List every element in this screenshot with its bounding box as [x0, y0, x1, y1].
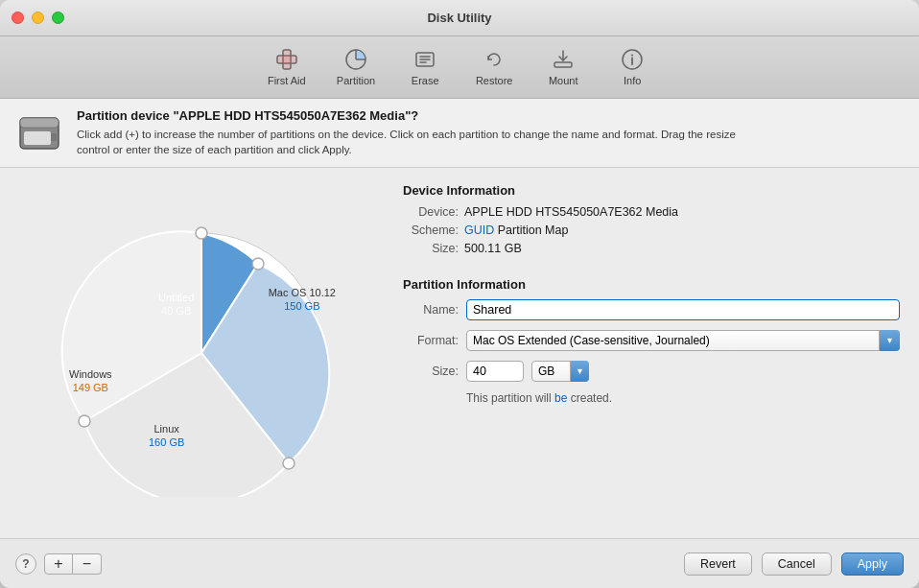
- be-highlight: be: [554, 391, 567, 405]
- windows-label: Windows 149 GB: [69, 367, 112, 395]
- partition-info-section: Partition Information Name: Format: Mac …: [403, 277, 900, 405]
- device-label: Device:: [403, 205, 459, 219]
- mount-label: Mount: [549, 75, 578, 86]
- restore-button[interactable]: Restore: [467, 42, 521, 90]
- partition-label: Partition: [337, 75, 375, 86]
- pie-chart: [58, 209, 345, 497]
- device-info-section: Device Information Device: APPLE HDD HTS…: [403, 183, 900, 260]
- first-aid-button[interactable]: First Aid: [260, 42, 314, 90]
- header-desc: Click add (+) to increase the number of …: [77, 127, 904, 157]
- device-info-title: Device Information: [403, 183, 900, 198]
- svg-rect-18: [24, 131, 51, 145]
- partition-icon: [342, 46, 369, 73]
- size-form-label: Size:: [403, 365, 459, 378]
- info-button[interactable]: Info: [605, 42, 659, 90]
- erase-label: Erase: [412, 75, 439, 86]
- name-row: Name:: [403, 299, 900, 320]
- untitled-label: Untitled 40 GB: [158, 291, 194, 318]
- restore-icon: [481, 46, 507, 73]
- linux-label: Linux 160 GB: [149, 422, 184, 450]
- disk-icon: [15, 109, 63, 157]
- svg-rect-19: [51, 133, 57, 141]
- format-row: Format: Mac OS Extended (Case-sensitive,…: [403, 330, 900, 351]
- pie-container: Untitled 40 GB Mac OS 10.12 150 GB Windo…: [58, 209, 345, 497]
- erase-icon: [412, 46, 438, 73]
- bottom-bar: ? + − Revert Cancel Apply: [0, 538, 919, 588]
- scheme-value: GUID Partition Map: [464, 223, 568, 237]
- revert-button[interactable]: Revert: [684, 553, 752, 576]
- maximize-button[interactable]: [52, 12, 64, 24]
- mac-label: Mac OS 10.12 150 GB: [269, 286, 336, 314]
- svg-rect-11: [554, 62, 572, 67]
- size-value: 500.11 GB: [464, 242, 522, 255]
- mount-icon: [550, 46, 577, 73]
- format-select[interactable]: Mac OS Extended (Case-sensitive, Journal…: [466, 330, 900, 351]
- size-input[interactable]: [466, 361, 524, 382]
- disk-utility-window: Disk Utility First Aid: [0, 0, 919, 588]
- header-info: Partition device "APPLE HDD HTS545050A7E…: [0, 99, 919, 168]
- scheme-row: Scheme: GUID Partition Map: [403, 223, 900, 237]
- body-area: Untitled 40 GB Mac OS 10.12 150 GB Windo…: [0, 168, 919, 538]
- size-form-row: Size: GB MB TB ▼: [403, 361, 900, 382]
- title-bar: Disk Utility: [0, 0, 919, 36]
- bottom-left: ? + −: [15, 553, 102, 575]
- traffic-lights: [12, 12, 64, 24]
- size-row: Size: 500.11 GB: [403, 242, 900, 255]
- first-aid-icon: [273, 46, 300, 73]
- device-row: Device: APPLE HDD HTS545050A7E362 Media: [403, 205, 900, 219]
- apply-button[interactable]: Apply: [841, 553, 904, 576]
- size-unit-select[interactable]: GB MB TB: [531, 361, 589, 382]
- partition-button[interactable]: Partition: [329, 42, 383, 90]
- add-partition-button[interactable]: +: [44, 553, 73, 575]
- add-remove-buttons: + −: [44, 553, 102, 575]
- bottom-right: Revert Cancel Apply: [684, 553, 904, 576]
- svg-point-21: [196, 227, 207, 239]
- partition-message: This partition will be created.: [466, 391, 900, 405]
- svg-point-22: [252, 258, 264, 270]
- format-select-container: Mac OS Extended (Case-sensitive, Journal…: [466, 330, 900, 351]
- minimize-button[interactable]: [32, 12, 44, 24]
- name-input[interactable]: [466, 299, 900, 320]
- first-aid-label: First Aid: [268, 75, 306, 86]
- mount-button[interactable]: Mount: [536, 42, 590, 90]
- header-title: Partition device "APPLE HDD HTS545050A7E…: [77, 108, 904, 123]
- scheme-label: Scheme:: [403, 223, 459, 237]
- window-title: Disk Utility: [427, 11, 491, 25]
- main-content: Partition device "APPLE HDD HTS545050A7E…: [0, 99, 919, 538]
- info-icon: [619, 46, 646, 73]
- svg-rect-17: [20, 118, 59, 128]
- svg-rect-3: [277, 56, 296, 63]
- cancel-button[interactable]: Cancel: [762, 553, 832, 576]
- device-value: APPLE HDD HTS545050A7E362 Media: [464, 205, 678, 219]
- restore-label: Restore: [476, 75, 513, 86]
- pie-area: Untitled 40 GB Mac OS 10.12 150 GB Windo…: [19, 183, 384, 523]
- svg-point-14: [631, 55, 633, 57]
- remove-partition-button[interactable]: −: [73, 553, 102, 575]
- header-text: Partition device "APPLE HDD HTS545050A7E…: [77, 108, 904, 157]
- size-label: Size:: [403, 242, 459, 255]
- partition-info-title: Partition Information: [403, 277, 900, 292]
- help-button[interactable]: ?: [15, 553, 36, 575]
- toolbar: First Aid Partition: [0, 36, 919, 99]
- svg-point-23: [79, 415, 90, 427]
- right-panel: Device Information Device: APPLE HDD HTS…: [403, 183, 900, 523]
- info-label: Info: [624, 75, 641, 86]
- close-button[interactable]: [12, 12, 24, 24]
- size-unit-container: GB MB TB ▼: [531, 361, 589, 382]
- name-label: Name:: [403, 303, 459, 317]
- svg-point-24: [283, 458, 295, 469]
- guid-highlight: GUID: [464, 223, 494, 237]
- erase-button[interactable]: Erase: [398, 42, 452, 90]
- format-label: Format:: [403, 334, 459, 347]
